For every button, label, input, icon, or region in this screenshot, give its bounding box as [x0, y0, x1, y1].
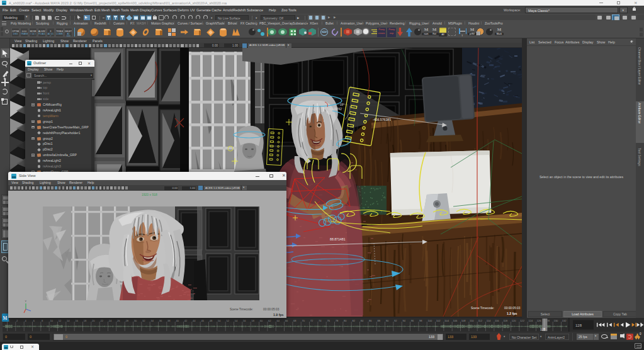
svg-text:60: 60 — [260, 319, 263, 322]
svg-text:18: 18 — [84, 319, 87, 322]
svg-text:122: 122 — [520, 319, 525, 322]
svg-text:66: 66 — [285, 319, 288, 322]
svg-text:50: 50 — [218, 319, 221, 322]
svg-text:30: 30 — [134, 319, 137, 322]
svg-text:44: 44 — [193, 319, 196, 322]
svg-text:98: 98 — [419, 319, 422, 322]
svg-text:00:00:05:03: 00:00:05:03 — [263, 308, 280, 311]
svg-text:48: 48 — [210, 319, 213, 322]
svg-text:1920 x 918: 1920 x 918 — [142, 193, 157, 196]
svg-text:88: 88 — [377, 319, 380, 322]
svg-text:126: 126 — [537, 319, 542, 322]
svg-text:76: 76 — [327, 319, 330, 322]
svg-text:10: 10 — [50, 319, 53, 322]
svg-text:64: 64 — [276, 319, 280, 322]
svg-text:128: 128 — [575, 324, 582, 327]
svg-text:1.2 fps: 1.2 fps — [507, 312, 517, 315]
svg-text:54: 54 — [235, 319, 238, 322]
svg-text:114: 114 — [487, 319, 491, 322]
svg-text:19°: 19° — [340, 103, 344, 106]
svg-text:120: 120 — [512, 319, 517, 322]
svg-text:36: 36 — [159, 319, 162, 322]
svg-text:108: 108 — [461, 319, 466, 322]
svg-text:58: 58 — [251, 319, 254, 322]
svg-text:-60.09742: -60.09742 — [329, 108, 342, 111]
svg-text:22: 22 — [100, 319, 103, 322]
svg-text:46: 46 — [201, 319, 204, 322]
svg-text:84: 84 — [361, 319, 364, 322]
svg-text:38: 38 — [167, 319, 171, 322]
svg-text:70: 70 — [302, 319, 305, 322]
svg-text:Y: Y — [25, 300, 27, 303]
svg-text:94: 94 — [402, 319, 405, 322]
svg-text:20: 20 — [92, 319, 95, 322]
svg-text:90: 90 — [386, 319, 389, 322]
svg-text:1.9 fps: 1.9 fps — [273, 313, 284, 317]
svg-text:130: 130 — [553, 319, 558, 322]
svg-text:52: 52 — [226, 319, 229, 322]
svg-text:68: 68 — [293, 319, 297, 322]
svg-text:72: 72 — [310, 319, 314, 322]
svg-text:104: 104 — [444, 319, 449, 322]
svg-text:110: 110 — [470, 319, 474, 322]
svg-text:106: 106 — [453, 319, 458, 322]
svg-text:28: 28 — [125, 319, 128, 322]
svg-text:80: 80 — [344, 319, 347, 322]
svg-text:42: 42 — [184, 319, 188, 322]
svg-text:112: 112 — [478, 319, 482, 322]
svg-text:24: 24 — [109, 319, 112, 322]
svg-text:74: 74 — [319, 319, 322, 322]
svg-text:Scene Timecode:: Scene Timecode: — [230, 308, 253, 311]
svg-text:100: 100 — [427, 319, 432, 322]
svg-text:34: 34 — [150, 319, 154, 322]
svg-text:Scene Timecode:: Scene Timecode: — [471, 307, 494, 310]
svg-text:-456.576385: -456.576385 — [373, 118, 391, 121]
svg-text:00:00:05:03: 00:00:05:03 — [504, 307, 521, 310]
svg-text:82: 82 — [352, 319, 355, 322]
svg-text:14: 14 — [67, 319, 70, 322]
svg-text:102: 102 — [436, 319, 441, 322]
svg-text:128: 128 — [540, 327, 546, 331]
svg-text:86: 86 — [369, 319, 372, 322]
svg-text:92: 92 — [394, 319, 397, 322]
svg-text:12: 12 — [59, 319, 62, 322]
svg-text:118: 118 — [503, 319, 507, 322]
svg-text:116: 116 — [495, 319, 499, 322]
svg-text:88.871481: 88.871481 — [330, 237, 346, 241]
svg-text:96: 96 — [411, 319, 414, 322]
svg-text:132: 132 — [562, 319, 567, 322]
svg-text:32: 32 — [142, 319, 145, 322]
svg-text:40: 40 — [176, 319, 179, 322]
svg-text:26: 26 — [117, 319, 120, 322]
svg-text:78: 78 — [336, 319, 339, 322]
svg-text:16: 16 — [75, 319, 78, 322]
svg-text:124: 124 — [528, 319, 533, 322]
svg-text:62: 62 — [268, 319, 271, 322]
svg-text:56: 56 — [243, 319, 246, 322]
